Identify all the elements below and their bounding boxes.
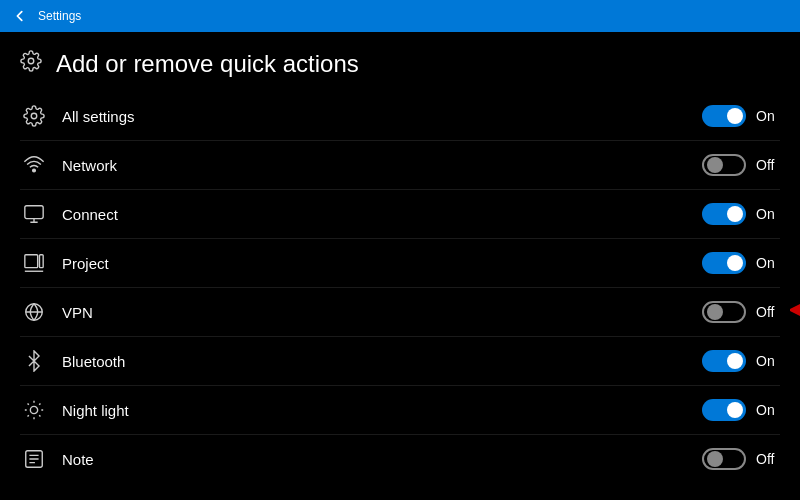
item-left-note: Note <box>20 445 94 473</box>
item-right-project: On <box>702 252 780 274</box>
settings-item-network: NetworkOff <box>20 141 780 190</box>
item-label-network: Network <box>62 157 117 174</box>
note-icon <box>20 445 48 473</box>
toggle-bluetooth[interactable] <box>702 350 746 372</box>
toggle-night-light[interactable] <box>702 399 746 421</box>
item-right-note: Off <box>702 448 780 470</box>
page-header-icon <box>20 50 42 78</box>
status-note: Off <box>756 451 780 467</box>
item-label-all-settings: All settings <box>62 108 135 125</box>
item-label-vpn: VPN <box>62 304 93 321</box>
toggle-note[interactable] <box>702 448 746 470</box>
page-header: Add or remove quick actions <box>0 32 800 92</box>
item-left-night-light: Night light <box>20 396 129 424</box>
status-connect: On <box>756 206 780 222</box>
bluetooth-icon <box>20 347 48 375</box>
item-left-all-settings: All settings <box>20 102 135 130</box>
item-right-connect: On <box>702 203 780 225</box>
item-left-network: Network <box>20 151 117 179</box>
status-project: On <box>756 255 780 271</box>
svg-point-1 <box>31 113 37 119</box>
status-vpn: Off <box>756 304 780 320</box>
page-title: Add or remove quick actions <box>56 50 359 78</box>
item-right-network: Off <box>702 154 780 176</box>
toggle-all-settings[interactable] <box>702 105 746 127</box>
back-button[interactable] <box>10 6 30 26</box>
item-right-bluetooth: On <box>702 350 780 372</box>
toggle-project[interactable] <box>702 252 746 274</box>
connect-icon <box>20 200 48 228</box>
item-left-bluetooth: Bluetooth <box>20 347 125 375</box>
title-bar-title: Settings <box>38 9 81 23</box>
toggle-vpn[interactable] <box>702 301 746 323</box>
item-label-note: Note <box>62 451 94 468</box>
status-bluetooth: On <box>756 353 780 369</box>
project-icon <box>20 249 48 277</box>
svg-point-0 <box>28 58 34 64</box>
settings-item-vpn: VPNOff <box>20 288 780 337</box>
item-right-all-settings: On <box>702 105 780 127</box>
item-right-vpn: Off <box>702 301 780 323</box>
vpn-arrow-annotation <box>790 296 800 328</box>
network-icon <box>20 151 48 179</box>
svg-rect-5 <box>40 255 44 268</box>
svg-rect-3 <box>25 206 43 219</box>
item-label-night-light: Night light <box>62 402 129 419</box>
status-night-light: On <box>756 402 780 418</box>
item-label-bluetooth: Bluetooth <box>62 353 125 370</box>
settings-item-bluetooth: BluetoothOn <box>20 337 780 386</box>
toggle-connect[interactable] <box>702 203 746 225</box>
settings-list: All settingsOnNetworkOffConnectOnProject… <box>0 92 800 483</box>
status-all-settings: On <box>756 108 780 124</box>
status-network: Off <box>756 157 780 173</box>
toggle-network[interactable] <box>702 154 746 176</box>
settings-item-night-light: Night lightOn <box>20 386 780 435</box>
svg-point-7 <box>30 406 37 413</box>
item-label-connect: Connect <box>62 206 118 223</box>
settings-item-all-settings: All settingsOn <box>20 92 780 141</box>
gear-icon <box>20 102 48 130</box>
vpn-icon <box>20 298 48 326</box>
settings-item-connect: ConnectOn <box>20 190 780 239</box>
item-left-connect: Connect <box>20 200 118 228</box>
nightlight-icon <box>20 396 48 424</box>
svg-point-2 <box>33 169 36 172</box>
settings-item-note: NoteOff <box>20 435 780 483</box>
settings-item-project: ProjectOn <box>20 239 780 288</box>
item-left-project: Project <box>20 249 109 277</box>
title-bar: Settings <box>0 0 800 32</box>
item-label-project: Project <box>62 255 109 272</box>
item-left-vpn: VPN <box>20 298 93 326</box>
item-right-night-light: On <box>702 399 780 421</box>
svg-rect-4 <box>25 255 38 268</box>
